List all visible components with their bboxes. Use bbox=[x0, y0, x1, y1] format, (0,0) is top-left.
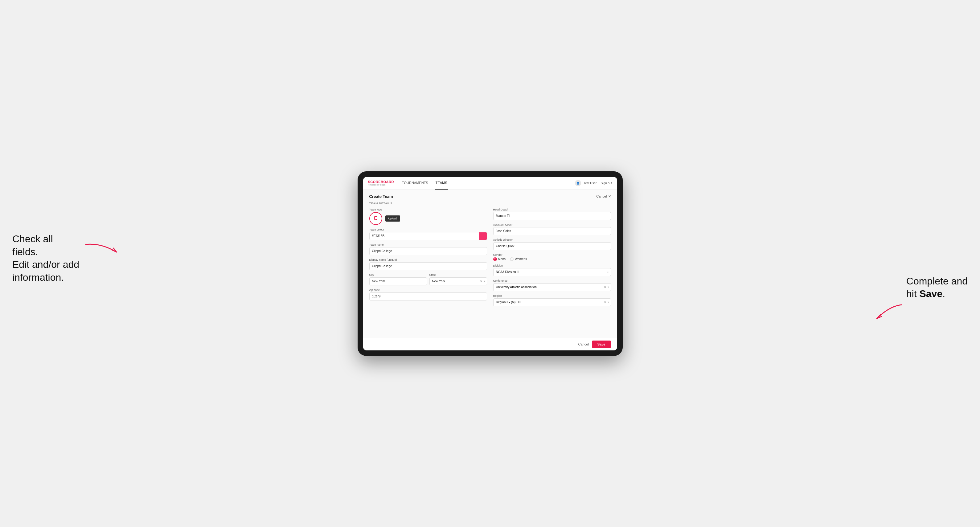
assistant-coach-label: Assistant Coach bbox=[493, 223, 611, 226]
form-area: Create Team Cancel ✕ TEAM DETAILS Team l… bbox=[363, 190, 617, 338]
conference-label: Conference bbox=[493, 279, 611, 282]
state-select-wrapper: New York ✕ ▾ bbox=[430, 277, 487, 286]
zip-input[interactable] bbox=[369, 292, 487, 300]
assistant-coach-input[interactable] bbox=[493, 227, 611, 235]
right-arrow-icon bbox=[867, 302, 904, 326]
conference-value: University Athletic Association bbox=[496, 286, 604, 289]
division-label: Division bbox=[493, 264, 611, 267]
head-coach-label: Head Coach bbox=[493, 208, 611, 211]
right-column: Head Coach Assistant Coach Athletic Dire… bbox=[493, 208, 611, 310]
nav-teams[interactable]: TEAMS bbox=[435, 177, 448, 190]
form-header: Create Team Cancel ✕ bbox=[369, 194, 611, 199]
gender-label: Gender bbox=[493, 253, 611, 256]
colour-swatch[interactable] bbox=[479, 232, 487, 240]
section-label: TEAM DETAILS bbox=[369, 202, 611, 205]
city-input[interactable] bbox=[369, 277, 427, 286]
athletic-director-group: Athletic Director bbox=[493, 238, 611, 250]
head-coach-input[interactable] bbox=[493, 212, 611, 220]
colour-input[interactable] bbox=[369, 232, 479, 240]
display-name-input[interactable] bbox=[369, 262, 487, 270]
conference-caret-icon[interactable]: ▾ bbox=[608, 286, 609, 289]
form-grid: Team logo C Upload Team colour bbox=[369, 208, 611, 310]
navbar: SCOREBOARD Powered by clippit TOURNAMENT… bbox=[363, 177, 617, 190]
zip-label: Zip code bbox=[369, 289, 487, 292]
upload-button[interactable]: Upload bbox=[385, 216, 401, 222]
gender-radio-group: Mens Womens bbox=[493, 257, 611, 261]
division-select[interactable]: NCAA Division III bbox=[493, 268, 611, 276]
logo-area: C Upload bbox=[369, 212, 487, 225]
brand-logo: SCOREBOARD Powered by clippit bbox=[368, 180, 394, 186]
gender-group: Gender Mens Womens bbox=[493, 253, 611, 261]
gender-womens-radio[interactable] bbox=[510, 257, 514, 261]
gender-mens-radio[interactable] bbox=[493, 257, 497, 261]
user-avatar-icon: 👤 bbox=[575, 180, 581, 186]
annotation-line3: information. bbox=[12, 272, 64, 283]
team-colour-label: Team colour bbox=[369, 228, 487, 231]
display-name-group: Display name (unique) bbox=[369, 258, 487, 270]
team-name-label: Team name bbox=[369, 243, 487, 246]
gender-womens-option[interactable]: Womens bbox=[510, 257, 527, 261]
form-cancel-button[interactable]: Cancel ✕ bbox=[596, 194, 611, 198]
left-column: Team logo C Upload Team colour bbox=[369, 208, 487, 310]
user-label: Test User | bbox=[584, 181, 598, 185]
right-annotation-line2: hit bbox=[906, 288, 920, 299]
state-label: State bbox=[430, 273, 487, 276]
conference-clear-icon[interactable]: ✕ bbox=[604, 286, 606, 289]
team-name-input[interactable] bbox=[369, 247, 487, 255]
team-logo-group: Team logo C Upload bbox=[369, 208, 487, 225]
cancel-label: Cancel bbox=[596, 194, 607, 198]
state-caret-icon[interactable]: ▾ bbox=[484, 280, 485, 283]
footer-cancel-button[interactable]: Cancel bbox=[578, 342, 589, 346]
state-value: New York bbox=[432, 279, 480, 283]
form-title: Create Team bbox=[369, 194, 393, 199]
division-group: Division NCAA Division III ▾ bbox=[493, 264, 611, 276]
nav-right: 👤 Test User | Sign out bbox=[575, 180, 612, 186]
state-group: State New York ✕ ▾ bbox=[430, 273, 487, 286]
tablet-device: SCOREBOARD Powered by clippit TOURNAMENT… bbox=[358, 171, 623, 356]
brand-subtitle: Powered by clippit bbox=[368, 184, 394, 186]
right-annotation-end: . bbox=[942, 288, 945, 299]
division-select-wrapper: NCAA Division III ▾ bbox=[493, 268, 611, 276]
city-label: City bbox=[369, 273, 427, 276]
display-name-label: Display name (unique) bbox=[369, 258, 487, 261]
sign-out-link[interactable]: Sign out bbox=[601, 181, 612, 185]
annotation-line2: Edit and/or add bbox=[12, 259, 79, 270]
athletic-director-label: Athletic Director bbox=[493, 238, 611, 241]
team-logo-label: Team logo bbox=[369, 208, 487, 211]
region-select-wrapper: Region II - (M) DIII ✕ ▾ bbox=[493, 298, 611, 306]
nav-links: TOURNAMENTS TEAMS bbox=[401, 177, 575, 190]
annotation-line1: Check all fields. bbox=[12, 233, 53, 257]
colour-field-row bbox=[369, 232, 487, 240]
city-state-row: City State New York ✕ ▾ bbox=[369, 273, 487, 286]
gender-mens-label: Mens bbox=[498, 257, 506, 261]
tablet-screen: SCOREBOARD Powered by clippit TOURNAMENT… bbox=[363, 177, 617, 351]
assistant-coach-group: Assistant Coach bbox=[493, 223, 611, 235]
region-caret-icon[interactable]: ▾ bbox=[608, 301, 609, 303]
nav-tournaments[interactable]: TOURNAMENTS bbox=[401, 177, 429, 190]
save-button[interactable]: Save bbox=[592, 341, 611, 348]
region-group: Region Region II - (M) DIII ✕ ▾ bbox=[493, 294, 611, 306]
cancel-x-icon: ✕ bbox=[608, 194, 611, 198]
team-name-group: Team name bbox=[369, 243, 487, 255]
region-label: Region bbox=[493, 294, 611, 297]
state-clear-icon[interactable]: ✕ bbox=[480, 280, 482, 283]
region-clear-icon[interactable]: ✕ bbox=[604, 301, 606, 304]
conference-select-wrapper: University Athletic Association ✕ ▾ bbox=[493, 283, 611, 291]
logo-circle: C bbox=[369, 212, 382, 225]
gender-mens-option[interactable]: Mens bbox=[493, 257, 506, 261]
right-annotation-bold: Save bbox=[919, 288, 942, 299]
right-annotation-line1: Complete and bbox=[906, 276, 968, 287]
head-coach-group: Head Coach bbox=[493, 208, 611, 220]
left-annotation: Check all fields. Edit and/or add inform… bbox=[12, 233, 80, 284]
right-annotation: Complete and hit Save. bbox=[906, 275, 968, 300]
region-value: Region II - (M) DIII bbox=[496, 300, 604, 304]
athletic-director-input[interactable] bbox=[493, 242, 611, 250]
gender-womens-label: Womens bbox=[515, 257, 527, 261]
zip-group: Zip code bbox=[369, 289, 487, 300]
city-group: City bbox=[369, 273, 427, 286]
team-colour-group: Team colour bbox=[369, 228, 487, 240]
conference-group: Conference University Athletic Associati… bbox=[493, 279, 611, 291]
left-arrow-icon bbox=[83, 241, 123, 258]
form-footer: Cancel Save bbox=[363, 338, 617, 351]
brand-name: SCOREBOARD bbox=[368, 180, 394, 184]
